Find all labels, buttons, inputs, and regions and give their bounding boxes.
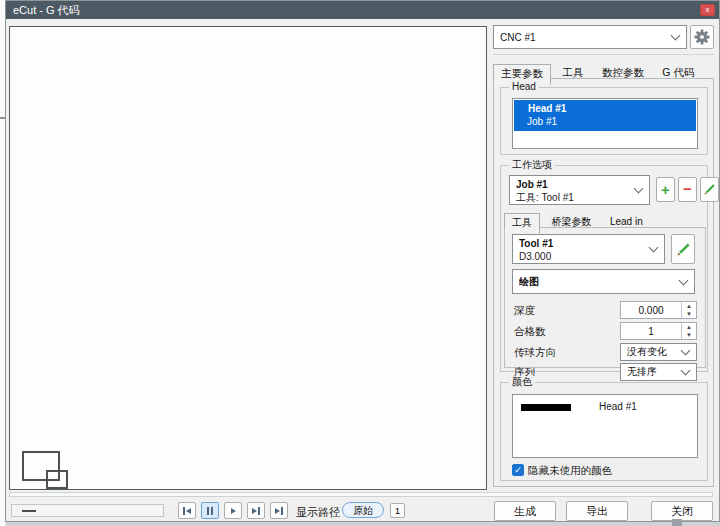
cnc-select-value: CNC #1 <box>500 32 536 43</box>
hide-unused-colors-label: 隐藏未使用的颜色 <box>528 464 612 478</box>
edit-job-button[interactable] <box>700 177 719 202</box>
gear-icon <box>694 29 710 45</box>
step-forward-icon <box>252 508 257 514</box>
operation-mode-value: 绘图 <box>519 275 539 289</box>
job-select-line1: Job #1 <box>516 178 631 191</box>
job-options-legend: 工作选项 <box>509 159 555 171</box>
tool-select-line2: D3.000 <box>519 250 646 263</box>
media-skip-start-button[interactable] <box>178 502 196 519</box>
spin-down-icon[interactable]: ▼ <box>682 331 696 339</box>
list-item-job[interactable]: Job #1 <box>514 115 696 128</box>
depth-spinner[interactable]: 0.000 ▲▼ <box>620 301 697 319</box>
color-swatch <box>521 404 571 411</box>
hide-unused-colors-checkbox[interactable]: ✓ <box>512 464 524 476</box>
add-job-button[interactable]: + <box>656 177 675 202</box>
tool-select-line1: Tool #1 <box>519 237 646 250</box>
list-item-head[interactable]: Head #1 <box>514 102 696 115</box>
spin-down-icon[interactable]: ▼ <box>682 310 696 318</box>
settings-button[interactable] <box>690 25 714 49</box>
slider-handle[interactable] <box>22 510 36 512</box>
spin-up-icon[interactable]: ▲ <box>682 302 696 310</box>
progress-strip <box>9 492 713 497</box>
close-icon[interactable]: x <box>700 4 715 16</box>
spinner-arrows[interactable]: ▲▼ <box>681 323 696 339</box>
media-play-button[interactable] <box>224 502 242 519</box>
canvas-shape-rect-small <box>46 470 68 489</box>
head-group-legend: Head <box>509 81 539 93</box>
pass-direction-select[interactable]: 没有变化 <box>620 343 697 361</box>
colors-group-legend: 颜色 <box>509 376 535 388</box>
passes-value: 1 <box>621 326 681 337</box>
chevron-down-icon <box>634 184 644 194</box>
depth-value: 0.000 <box>621 305 681 316</box>
header-separator <box>493 54 714 55</box>
sequence-value: 无排序 <box>627 365 657 379</box>
window-title: eCut - G 代码 <box>13 4 80 16</box>
color-row-label: Head #1 <box>599 401 637 412</box>
media-skip-end-button[interactable] <box>270 502 288 519</box>
job-select-line2: 工具: Tool #1 <box>516 191 631 204</box>
media-step-forward-button[interactable] <box>247 502 265 519</box>
chevron-down-icon <box>649 243 659 253</box>
colors-list[interactable]: Head #1 <box>512 394 698 458</box>
pause-icon <box>211 507 213 515</box>
show-path-label: 显示路径 <box>296 505 340 520</box>
tool-tab-panel: Tool #1 D3.000 绘图 深度 0.000 <box>504 228 706 368</box>
job-select[interactable]: Job #1 工具: Tool #1 <box>509 175 650 205</box>
skip-to-end-icon <box>281 507 283 515</box>
operation-mode-select[interactable]: 绘图 <box>512 269 695 294</box>
chevron-down-icon <box>671 31 681 41</box>
head-list-selection[interactable]: Head #1 Job #1 <box>514 100 696 131</box>
host-bottom-strip <box>6 522 720 526</box>
job-options-group: 工作选项 Job #1 工具: Tool #1 + − 工具 桥梁参数 Lead… <box>500 165 708 372</box>
spin-up-icon[interactable]: ▲ <box>682 323 696 331</box>
pencil-icon <box>676 242 691 257</box>
chevron-down-icon <box>681 366 691 376</box>
color-row[interactable]: Head #1 <box>513 395 697 415</box>
tool-select[interactable]: Tool #1 D3.000 <box>512 234 665 264</box>
host-scrollbar-mark <box>672 519 682 526</box>
speed-slider[interactable] <box>11 504 164 517</box>
skip-to-start-icon <box>186 508 191 514</box>
pass-direction-label: 传球方向 <box>514 346 556 360</box>
export-button[interactable]: 导出 <box>566 501 628 521</box>
chevron-down-icon <box>681 346 691 356</box>
media-pause-button[interactable] <box>201 502 219 519</box>
remove-job-button[interactable]: − <box>678 177 697 202</box>
cnc-select[interactable]: CNC #1 <box>493 25 687 49</box>
close-button[interactable]: 关闭 <box>651 501 713 521</box>
generate-button[interactable]: 生成 <box>494 501 556 521</box>
chevron-down-icon <box>679 275 689 285</box>
head-listbox[interactable]: Head #1 Job #1 <box>512 98 698 149</box>
main-tabs: 主要参数 工具 数控参数 G 代码 <box>493 62 714 79</box>
pencil-icon <box>703 183 716 196</box>
count-box[interactable]: 1 <box>390 503 405 518</box>
titlebar[interactable]: eCut - G 代码 <box>6 1 719 19</box>
ecut-gcode-dialog: eCut - G 代码 x CNC #1 主要参数 工具 数控参数 G 代码 <box>5 0 720 522</box>
pass-direction-value: 没有变化 <box>627 345 667 359</box>
passes-spinner[interactable]: 1 ▲▼ <box>620 322 697 340</box>
main-tab-panel: Head Head #1 Job #1 工作选项 Job #1 工具: Tool… <box>493 79 714 487</box>
step-forward-icon <box>258 507 260 515</box>
origin-toggle-button[interactable]: 原始 <box>342 502 384 518</box>
passes-label: 合格数 <box>514 325 546 339</box>
skip-to-end-icon <box>275 508 280 514</box>
head-group: Head Head #1 Job #1 <box>500 87 708 155</box>
depth-label: 深度 <box>514 304 535 318</box>
preview-canvas[interactable] <box>9 26 487 490</box>
tool-tabs: 工具 桥梁参数 Lead in <box>504 211 706 228</box>
colors-group: 颜色 Head #1 ✓ 隐藏未使用的颜色 <box>500 382 708 481</box>
play-icon <box>231 508 236 514</box>
skip-to-start-icon <box>183 507 185 515</box>
spinner-arrows[interactable]: ▲▼ <box>681 302 696 318</box>
pause-icon <box>207 507 209 515</box>
sequence-select[interactable]: 无排序 <box>620 363 697 381</box>
edit-tool-button[interactable] <box>671 234 695 264</box>
